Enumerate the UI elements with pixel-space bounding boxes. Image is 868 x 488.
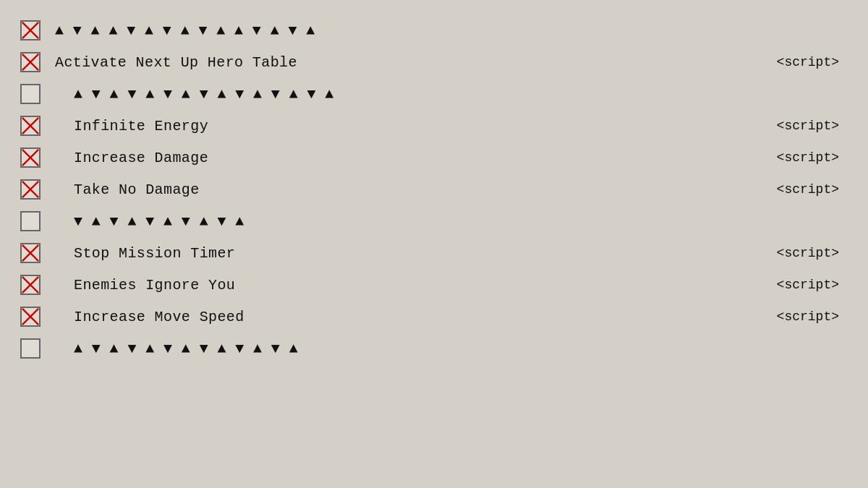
- table-row: Take No Damage<script>: [0, 174, 868, 205]
- checkbox-cell[interactable]: [14, 272, 46, 298]
- checkbox-unchecked[interactable]: [20, 338, 41, 359]
- cheat-label: Increase Damage: [52, 150, 777, 166]
- checkbox-cell[interactable]: [14, 176, 46, 202]
- checkbox-unchecked[interactable]: [20, 84, 41, 104]
- script-tag[interactable]: <script>: [777, 309, 854, 324]
- checkbox-cell[interactable]: [14, 113, 46, 139]
- table-row: Increase Move Speed<script>: [0, 301, 868, 333]
- table-row: Stop Mission Timer<script>: [0, 237, 868, 269]
- checkbox-checked[interactable]: [20, 243, 41, 263]
- checkbox-unchecked[interactable]: [20, 211, 41, 231]
- cheat-label: ▼ ▲ ▼ ▲ ▼ ▲ ▼ ▲ ▼ ▲: [52, 213, 854, 230]
- script-tag[interactable]: <script>: [777, 119, 854, 133]
- cheat-label: ▲ ▼ ▲ ▲ ▼ ▲ ▼ ▲ ▼ ▲ ▲ ▼ ▲ ▼ ▲: [52, 22, 854, 39]
- table-row: ▲ ▼ ▲ ▼ ▲ ▼ ▲ ▼ ▲ ▼ ▲ ▼ ▲: [0, 333, 868, 364]
- cheat-label: ▲ ▼ ▲ ▼ ▲ ▼ ▲ ▼ ▲ ▼ ▲ ▼ ▲ ▼ ▲: [52, 86, 854, 103]
- checkbox-cell[interactable]: [14, 145, 46, 171]
- script-tag[interactable]: <script>: [777, 150, 854, 165]
- cheat-label: ▲ ▼ ▲ ▼ ▲ ▼ ▲ ▼ ▲ ▼ ▲ ▼ ▲: [52, 341, 854, 357]
- script-tag[interactable]: <script>: [777, 246, 854, 260]
- checkbox-checked[interactable]: [20, 147, 41, 168]
- table-row: ▲ ▼ ▲ ▲ ▼ ▲ ▼ ▲ ▼ ▲ ▲ ▼ ▲ ▼ ▲: [0, 14, 868, 46]
- checkbox-checked[interactable]: [20, 307, 41, 327]
- checkbox-checked[interactable]: [20, 179, 41, 200]
- checkbox-cell[interactable]: [14, 208, 46, 234]
- checkbox-cell[interactable]: [14, 49, 46, 75]
- script-tag[interactable]: <script>: [777, 278, 854, 292]
- checkbox-checked[interactable]: [20, 116, 41, 136]
- checkbox-cell[interactable]: [14, 240, 46, 266]
- table-row: Activate Next Up Hero Table<script>: [0, 46, 868, 78]
- checkbox-cell[interactable]: [14, 304, 46, 330]
- table-row: Enemies Ignore You<script>: [0, 269, 868, 301]
- table-row: Increase Damage<script>: [0, 142, 868, 174]
- checkbox-checked[interactable]: [20, 20, 41, 40]
- cheat-label: Enemies Ignore You: [52, 277, 777, 294]
- table-row: Infinite Energy<script>: [0, 110, 868, 142]
- cheat-label: Activate Next Up Hero Table: [52, 54, 777, 71]
- cheat-label: Take No Damage: [52, 181, 777, 198]
- checkbox-checked[interactable]: [20, 275, 41, 295]
- cheat-label: Stop Mission Timer: [52, 245, 777, 262]
- script-tag[interactable]: <script>: [777, 55, 854, 69]
- table-row: ▲ ▼ ▲ ▼ ▲ ▼ ▲ ▼ ▲ ▼ ▲ ▼ ▲ ▼ ▲: [0, 78, 868, 110]
- checkbox-cell[interactable]: [14, 17, 46, 43]
- table-row: ▼ ▲ ▼ ▲ ▼ ▲ ▼ ▲ ▼ ▲: [0, 205, 868, 237]
- cheat-table: ▲ ▼ ▲ ▲ ▼ ▲ ▼ ▲ ▼ ▲ ▲ ▼ ▲ ▼ ▲ Activate N…: [0, 0, 868, 488]
- checkbox-cell[interactable]: [14, 81, 46, 107]
- checkbox-cell[interactable]: [14, 335, 46, 361]
- cheat-label: Increase Move Speed: [52, 309, 777, 325]
- checkbox-checked[interactable]: [20, 52, 41, 72]
- cheat-label: Infinite Energy: [52, 118, 777, 134]
- script-tag[interactable]: <script>: [777, 182, 854, 197]
